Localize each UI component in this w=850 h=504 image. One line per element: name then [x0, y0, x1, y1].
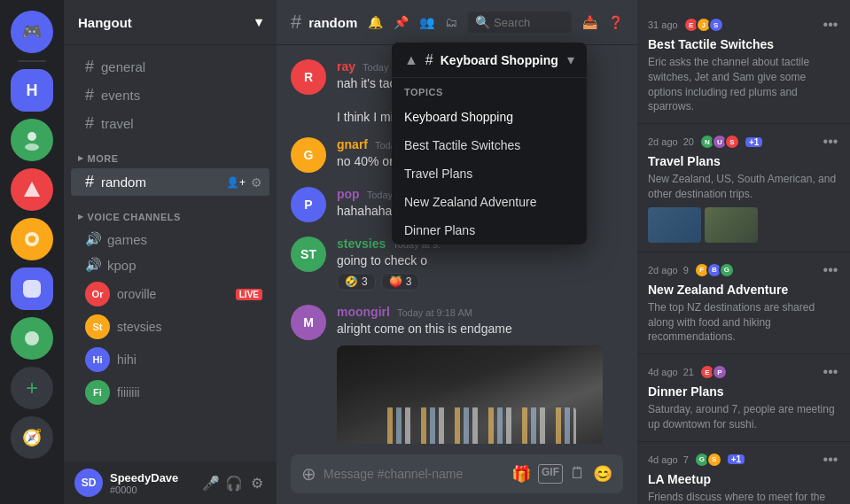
search-input[interactable] — [494, 16, 565, 29]
bell-icon[interactable]: 🔔 — [368, 15, 383, 29]
more-options-button[interactable]: ••• — [822, 261, 839, 279]
thread-desc: Friends discuss where to meet for the Ap… — [648, 490, 839, 504]
message-timestamp: Today at 9:18 AM — [397, 307, 472, 318]
more-options-button[interactable]: ••• — [822, 133, 839, 151]
forum-thread-travel-plans[interactable]: 2d ago 20 N U S +1 ••• Travel Plans New … — [637, 124, 850, 252]
thread-desc: The top NZ destinations are shared along… — [648, 300, 839, 345]
avatar: S — [724, 134, 740, 150]
server-icon-4[interactable] — [11, 218, 53, 260]
sticker-icon[interactable]: 🗒 — [570, 464, 586, 484]
help-icon[interactable]: ❓ — [608, 15, 623, 29]
channel-list: # general # events # travel ▸ MORE # ran… — [64, 45, 277, 461]
add-attachment-icon[interactable]: ⊕ — [301, 463, 316, 485]
reaction-button[interactable]: 🍑 3 — [381, 273, 420, 291]
headphones-icon[interactable]: 🎧 — [225, 474, 243, 492]
dropdown-item-nz-adventure[interactable]: New Zealand Adventure — [392, 188, 587, 216]
message-text: alright come on this is endgame — [337, 321, 623, 338]
avatar: G — [291, 137, 326, 173]
sidebar-footer: SD SpeedyDave #0000 🎤 🎧 ⚙ — [64, 461, 277, 504]
thread-title: Travel Plans — [648, 154, 839, 168]
more-options-button[interactable]: ••• — [822, 363, 839, 381]
members-icon[interactable]: 👥 — [419, 15, 434, 29]
hash-icon: # — [85, 86, 94, 105]
user-stevsies[interactable]: St stevsies — [71, 311, 269, 343]
chat-input-box: ⊕ 🎁 GIF 🗒 😊 — [291, 454, 623, 493]
message-group: M moongirl Today at 9:18 AM alright come… — [291, 305, 623, 444]
gift-icon[interactable]: 🎁 — [511, 464, 531, 484]
dropdown-item-travel-plans[interactable]: Travel Plans — [392, 159, 587, 188]
channel-events[interactable]: # events — [71, 81, 269, 109]
voice-games[interactable]: 🔊 games — [71, 227, 269, 252]
settings-icon[interactable]: ⚙ — [248, 474, 266, 492]
dropdown-title: Keyboard Shopping — [441, 53, 558, 67]
thread-title: New Zealand Adventure — [648, 283, 839, 297]
dropdown-header: ▲ # Keyboard Shopping ▾ — [392, 43, 587, 78]
settings-icon[interactable]: ⚙ — [251, 175, 262, 190]
server-icon-3[interactable] — [11, 168, 53, 211]
thread-images — [648, 207, 839, 243]
keyboard-visual — [337, 345, 603, 444]
dropdown-item-keyboard-shopping[interactable]: Keyboard Shopping — [392, 103, 587, 131]
server-name[interactable]: Hangout ▾ — [64, 0, 277, 45]
hash-icon: # — [85, 58, 94, 76]
thread-title: Best Tactile Switches — [648, 37, 839, 51]
avatar: Fi — [85, 380, 110, 405]
inbox-icon[interactable]: 📥 — [582, 15, 597, 29]
thread-desc: Eric asks the channel about tactile swit… — [648, 55, 839, 114]
channel-hash-icon: # — [291, 11, 301, 34]
reaction-button[interactable]: 🤣 3 — [337, 273, 376, 291]
thread-meta: 31 ago E J S ••• — [648, 16, 839, 34]
threads-icon[interactable]: 🗂 — [445, 15, 457, 29]
more-options-button[interactable]: ••• — [822, 451, 839, 469]
thread-meta: 4d ago 7 G S +1 ••• — [648, 451, 839, 469]
server-icon-6[interactable] — [11, 317, 53, 360]
main-chat: # random 🔔 📌 👥 🗂 🔍 📥 ❓ R ray Today at 9:… — [277, 0, 637, 504]
forum-thread-nz-adventure[interactable]: 2d ago 9 F B G ••• New Zealand Adventure… — [637, 252, 850, 354]
server-icon-hangout[interactable]: H — [11, 69, 53, 112]
plus-badge: +1 — [728, 454, 745, 464]
add-member-icon[interactable]: 👤+ — [226, 176, 246, 189]
message-username: pop — [337, 187, 360, 201]
discord-home-icon[interactable]: 🎮 — [11, 11, 53, 53]
add-server-button[interactable]: + — [11, 367, 53, 409]
server-icon-5[interactable] — [11, 268, 53, 310]
svg-point-4 — [28, 236, 35, 243]
more-options-button[interactable]: ••• — [822, 16, 839, 34]
microphone-icon[interactable]: 🎤 — [202, 474, 220, 492]
search-icon[interactable]: 🔍 — [475, 15, 490, 29]
hash-icon: # — [85, 173, 94, 191]
message-username: ray — [337, 59, 355, 74]
message-username: moongirl — [337, 305, 390, 319]
forum-thread-la-meetup[interactable]: 4d ago 7 G S +1 ••• LA Meetup Friends di… — [637, 442, 850, 504]
thread-desc: New Zealand, US, South American, and oth… — [648, 172, 839, 202]
chat-header: # random 🔔 📌 👥 🗂 🔍 📥 ❓ — [277, 0, 637, 45]
user-fiiiiiii[interactable]: Fi fiiiiiii — [71, 376, 269, 408]
thread-image — [705, 207, 758, 243]
forum-thread-dinner-plans[interactable]: 4d ago 21 E P ••• Dinner Plans Saturday,… — [637, 354, 850, 442]
chevron-down-icon: ▾ — [255, 14, 262, 30]
message-input[interactable] — [324, 467, 504, 481]
discover-button[interactable]: 🧭 — [11, 416, 53, 459]
svg-point-6 — [25, 331, 39, 345]
forum-thread-best-tactile[interactable]: 31 ago E J S ••• Best Tactile Switches E… — [637, 7, 850, 124]
more-section-label: ▸ MORE — [64, 138, 277, 167]
avatar: P — [291, 187, 326, 222]
avatar: Hi — [85, 347, 110, 372]
server-icon-2[interactable] — [11, 119, 53, 161]
voice-kpop[interactable]: 🔊 kpop — [71, 252, 269, 277]
footer-user-info: SpeedyDave #0000 — [110, 471, 195, 495]
chevron-up-icon[interactable]: ▲ — [404, 52, 418, 68]
channel-random[interactable]: # random 👤+ ⚙ — [71, 168, 269, 196]
thread-meta: 2d ago 20 N U S +1 ••• — [648, 133, 839, 151]
pin-icon[interactable]: 📌 — [394, 15, 409, 29]
channel-general[interactable]: # general — [71, 53, 269, 81]
emoji-icon[interactable]: 😊 — [593, 464, 612, 484]
user-hihi[interactable]: Hi hihi — [71, 344, 269, 376]
channel-travel[interactable]: # travel — [71, 110, 269, 137]
user-oroville[interactable]: Or oroville LIVE — [71, 278, 269, 310]
hashtag-icon: # — [425, 52, 433, 68]
dropdown-item-best-tactile[interactable]: Best Tactile Switches — [392, 131, 587, 159]
chevron-down-icon[interactable]: ▾ — [567, 51, 574, 68]
dropdown-item-dinner-plans[interactable]: Dinner Plans — [392, 216, 587, 244]
gif-icon[interactable]: GIF — [538, 464, 563, 484]
